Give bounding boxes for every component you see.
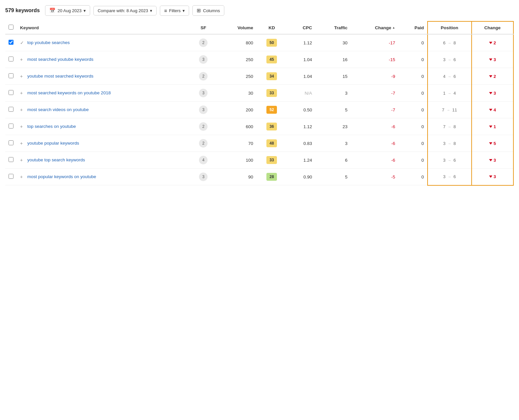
row-checkbox[interactable]: [9, 124, 13, 128]
keyword-link[interactable]: most searched keywords on youtube 2018: [27, 90, 111, 96]
traffic-cell: 3: [315, 135, 351, 152]
position-change-value: 2: [475, 40, 510, 45]
compare-button[interactable]: Compare with: 8 Aug 2023 ▾: [93, 6, 157, 15]
row-checkbox-cell[interactable]: [5, 68, 17, 85]
position-change-cell: 4: [472, 102, 513, 118]
header-change[interactable]: Change: [351, 21, 399, 34]
sf-cell: 3: [190, 169, 217, 185]
paid-cell: 0: [399, 169, 428, 185]
checkmark-icon[interactable]: ✓: [20, 40, 25, 45]
compare-chevron-icon: ▾: [150, 8, 152, 13]
kd-cell: 34: [257, 68, 287, 85]
select-all-header[interactable]: [5, 21, 17, 34]
traffic-cell: 6: [315, 152, 351, 169]
add-icon[interactable]: +: [20, 107, 25, 112]
position-value: 3 → 8: [443, 141, 456, 146]
down-triangle-icon: [489, 42, 492, 44]
row-checkbox[interactable]: [9, 90, 13, 95]
add-icon[interactable]: +: [20, 174, 25, 179]
calendar-icon: 📅: [49, 8, 56, 13]
row-checkbox[interactable]: [9, 107, 13, 112]
volume-cell: 250: [217, 68, 257, 85]
row-checkbox[interactable]: [9, 73, 13, 78]
position-value: 1 → 4: [443, 91, 456, 96]
arrow-right-icon: →: [448, 158, 451, 162]
cpc-cell: 1.12: [287, 118, 315, 135]
keyword-link[interactable]: youtube most searched keywords: [27, 73, 93, 80]
volume-cell: 100: [217, 152, 257, 169]
header-sf[interactable]: SF: [190, 21, 217, 34]
arrow-right-icon: →: [448, 75, 451, 79]
arrow-right-icon: →: [448, 175, 451, 179]
position-cell: 7 → 8: [428, 118, 472, 135]
down-triangle-icon: [489, 159, 492, 161]
keyword-link[interactable]: youtube top search keywords: [27, 157, 85, 163]
position-cell: 6 → 8: [428, 34, 472, 51]
filters-button[interactable]: ≡ Filters ▾: [160, 6, 189, 16]
traffic-cell: 5: [315, 169, 351, 185]
filter-icon: ≡: [164, 8, 167, 13]
keywords-table-wrapper: Keyword SF Volume KD CPC Traffic: [5, 21, 514, 186]
row-checkbox-cell[interactable]: [5, 135, 17, 152]
header-change-last[interactable]: Change: [472, 21, 513, 34]
position-value: 6 → 8: [443, 40, 456, 45]
compare-label: Compare with: 8 Aug 2023: [98, 8, 148, 13]
row-checkbox[interactable]: [9, 57, 13, 61]
sf-cell: 3: [190, 51, 217, 68]
keyword-link[interactable]: most search videos on youtube: [27, 107, 89, 113]
add-icon[interactable]: +: [20, 57, 25, 62]
header-keyword[interactable]: Keyword: [17, 21, 190, 34]
add-icon[interactable]: +: [20, 141, 25, 146]
header-kd[interactable]: KD: [257, 21, 287, 34]
arrow-right-icon: →: [448, 91, 451, 95]
sf-badge: 3: [199, 173, 208, 181]
position-value: 3 → 6: [443, 57, 456, 62]
header-paid[interactable]: Paid: [399, 21, 428, 34]
row-checkbox-cell[interactable]: [5, 169, 17, 185]
position-change-cell: 3: [472, 152, 513, 169]
paid-cell: 0: [399, 68, 428, 85]
header-cpc[interactable]: CPC: [287, 21, 315, 34]
add-icon[interactable]: +: [20, 124, 25, 129]
sf-badge: 2: [199, 122, 208, 131]
date-picker-button[interactable]: 📅 20 Aug 2023 ▾: [45, 5, 90, 16]
kd-cell: 33: [257, 85, 287, 102]
paid-cell: 0: [399, 118, 428, 135]
toolbar: 579 keywords 📅 20 Aug 2023 ▾ Compare wit…: [5, 5, 514, 16]
change-cell: -5: [351, 169, 399, 185]
volume-cell: 200: [217, 102, 257, 118]
row-checkbox-cell[interactable]: [5, 34, 17, 51]
sf-cell: 2: [190, 118, 217, 135]
row-checkbox-cell[interactable]: [5, 51, 17, 68]
position-change-value: 3: [475, 91, 510, 96]
add-icon[interactable]: +: [20, 157, 25, 163]
keyword-link[interactable]: top youtube searches: [27, 40, 70, 46]
sf-cell: 3: [190, 85, 217, 102]
row-checkbox-cell[interactable]: [5, 85, 17, 102]
header-volume[interactable]: Volume: [217, 21, 257, 34]
add-icon[interactable]: +: [20, 90, 25, 96]
row-checkbox[interactable]: [9, 157, 13, 162]
sf-badge: 2: [199, 72, 208, 81]
header-position[interactable]: Position: [428, 21, 472, 34]
keyword-link[interactable]: top searches on youtube: [27, 124, 76, 130]
row-checkbox-cell[interactable]: [5, 102, 17, 118]
add-icon[interactable]: +: [20, 74, 25, 79]
header-traffic[interactable]: Traffic: [315, 21, 351, 34]
keyword-link[interactable]: youtube popular keywords: [27, 140, 79, 147]
columns-button[interactable]: ⊞ Columns: [192, 5, 224, 16]
row-checkbox-cell[interactable]: [5, 118, 17, 135]
keyword-link[interactable]: most searched youtube keywords: [27, 57, 93, 63]
select-all-checkbox[interactable]: [9, 25, 13, 30]
change-cell: -9: [351, 68, 399, 85]
row-checkbox-cell[interactable]: [5, 152, 17, 169]
position-cell: 4 → 6: [428, 68, 472, 85]
position-cell: 1 → 4: [428, 85, 472, 102]
keyword-link[interactable]: most popular keywords on youtube: [27, 174, 96, 180]
row-checkbox[interactable]: [9, 40, 13, 45]
keywords-count: 579 keywords: [5, 8, 40, 13]
position-change-value: 5: [475, 141, 510, 146]
row-checkbox[interactable]: [9, 174, 13, 179]
row-checkbox[interactable]: [9, 140, 13, 145]
traffic-cell: 23: [315, 118, 351, 135]
